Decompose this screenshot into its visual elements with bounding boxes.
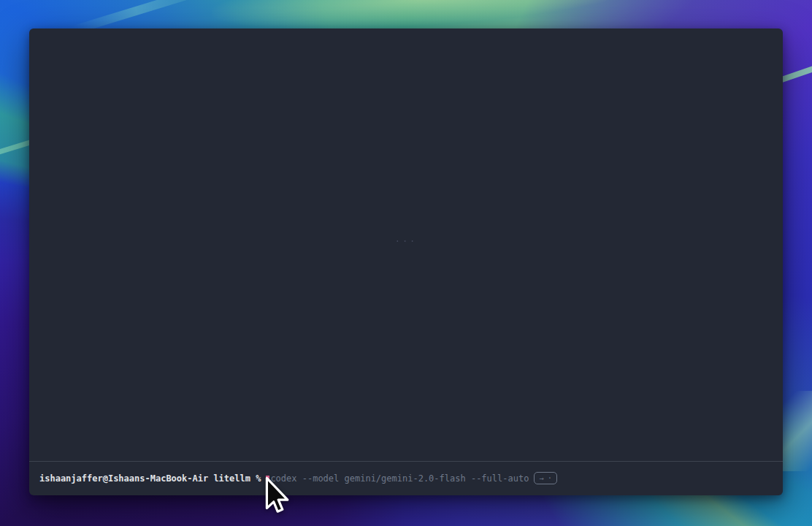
prompt-user-host: ishaanjaffer@Ishaans-MacBook-Air bbox=[39, 473, 208, 484]
terminal-output-area[interactable]: ··· bbox=[29, 28, 783, 461]
prompt-directory: litellm bbox=[213, 473, 250, 484]
hint-dot-icon: · bbox=[548, 473, 552, 483]
mouse-pointer-icon bbox=[261, 476, 290, 519]
autosuggestion-text: codex --model gemini/gemini-2.0-flash --… bbox=[270, 473, 529, 484]
right-arrow-icon: → bbox=[539, 473, 543, 483]
loading-indicator: ··· bbox=[395, 236, 418, 246]
accept-suggestion-hint-badge: → · bbox=[534, 472, 557, 484]
terminal-prompt-bar[interactable]: ishaanjaffer@Ishaans-MacBook-Air litellm… bbox=[29, 462, 783, 495]
terminal-window[interactable]: ··· ishaanjaffer@Ishaans-MacBook-Air lit… bbox=[29, 28, 783, 495]
